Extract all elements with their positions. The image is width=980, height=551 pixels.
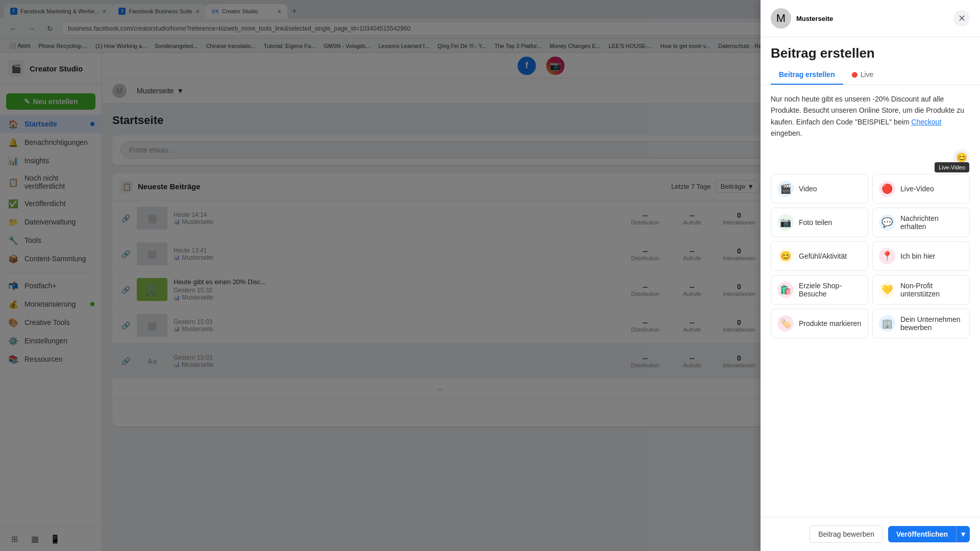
nachrichten-type-label: Nachrichten erhalten xyxy=(900,214,963,231)
post-type-erziele[interactable]: 🛍️ Erziele Shop-Besuche xyxy=(771,275,868,305)
modal-title: Beitrag erstellen xyxy=(761,37,980,65)
foto-type-label: Foto teilen xyxy=(799,218,832,227)
modal-header: M Musterseite ✕ xyxy=(761,0,980,37)
modal-page-info: M Musterseite xyxy=(771,8,833,29)
post-type-live-video[interactable]: 🔴 Live-Video Live-Video xyxy=(872,174,970,204)
close-icon: ✕ xyxy=(958,13,966,24)
post-type-foto[interactable]: 📷 Foto teilen xyxy=(771,208,868,237)
post-type-non-profit[interactable]: 💛 Non-Profit unterstützen xyxy=(872,275,970,305)
live-icon: 🔴 xyxy=(851,72,857,78)
modal-close-button[interactable]: ✕ xyxy=(953,10,970,27)
video-type-label: Video xyxy=(799,185,817,193)
modal-footer: Beitrag bewerben Veröffentlichen ▼ xyxy=(761,517,980,551)
gefuhl-type-icon: 😊 xyxy=(777,248,794,264)
modal-body: Nur noch heute gibt es unseren -20% Disc… xyxy=(761,85,980,517)
non-profit-type-icon: 💛 xyxy=(879,282,895,298)
gefuhl-type-label: Gefühl/Aktivität xyxy=(799,252,847,260)
non-profit-type-label: Non-Profit unterstützen xyxy=(900,282,963,298)
modal-page-avatar: M xyxy=(771,8,791,29)
post-type-ich-bin-hier[interactable]: 📍 Ich bin hier xyxy=(872,241,970,271)
live-video-type-icon: 🔴 xyxy=(879,181,895,197)
create-post-modal: M Musterseite ✕ Beitrag erstellen Beitra… xyxy=(761,0,980,551)
post-type-produkte[interactable]: 🏷️ Produkte markieren xyxy=(771,309,868,338)
produkte-type-label: Produkte markieren xyxy=(799,319,861,328)
post-types-grid: 🎬 Video 🔴 Live-Video Live-Video 📷 Foto t… xyxy=(771,174,970,338)
publish-button[interactable]: Veröffentlichen xyxy=(888,526,956,542)
modal-tabs: Beitrag erstellen 🔴 Live xyxy=(761,65,980,85)
erziele-type-label: Erziele Shop-Besuche xyxy=(799,282,862,298)
modal-page-name: Musterseite xyxy=(796,15,833,22)
produkte-type-icon: 🏷️ xyxy=(777,315,794,332)
live-video-type-label: Live-Video xyxy=(900,185,934,193)
publish-dropdown-icon: ▼ xyxy=(960,530,967,538)
post-type-nachrichten[interactable]: 💬 Nachrichten erhalten xyxy=(872,208,970,237)
beitrag-tab-label: Beitrag erstellen xyxy=(779,70,835,79)
unternehmen-type-label: Dein Unternehmen bewerben xyxy=(900,315,963,332)
modal-description: Nur noch heute gibt es unseren -20% Disc… xyxy=(771,93,970,139)
modal-tab-beitrag[interactable]: Beitrag erstellen xyxy=(771,65,843,85)
publish-dropdown-button[interactable]: ▼ xyxy=(956,526,970,542)
ich-bin-icon: 📍 xyxy=(879,248,895,264)
checkout-link[interactable]: Checkout xyxy=(911,118,941,126)
erziele-type-icon: 🛍️ xyxy=(777,282,794,298)
promote-post-button[interactable]: Beitrag bewerben xyxy=(810,525,883,543)
post-type-unternehmen[interactable]: 🏢 Dein Unternehmen bewerben xyxy=(872,309,970,338)
post-type-gefuhl[interactable]: 😊 Gefühl/Aktivität xyxy=(771,241,868,271)
live-tab-label: Live xyxy=(861,70,874,79)
post-type-video[interactable]: 🎬 Video xyxy=(771,174,868,204)
video-type-icon: 🎬 xyxy=(777,181,794,197)
ich-bin-label: Ich bin hier xyxy=(900,252,935,260)
publish-button-group: Veröffentlichen ▼ xyxy=(888,526,970,542)
modal-tab-live[interactable]: 🔴 Live xyxy=(843,65,882,85)
emoji-button[interactable]: 😊 xyxy=(953,149,970,166)
foto-type-icon: 📷 xyxy=(777,214,794,231)
nachrichten-type-icon: 💬 xyxy=(879,214,895,231)
unternehmen-type-icon: 🏢 xyxy=(879,315,895,332)
